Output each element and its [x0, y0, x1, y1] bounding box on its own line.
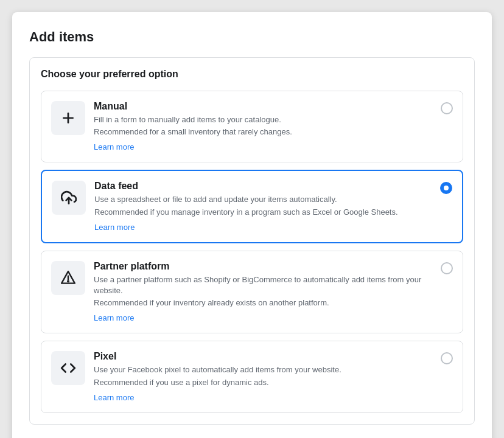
- option-partner-platform[interactable]: Partner platform Use a partner platform …: [41, 251, 463, 334]
- add-items-dialog: Add items Choose your preferred option M…: [12, 12, 492, 438]
- option-desc-partner-platform: Use a partner platform such as Shopify o…: [94, 274, 432, 296]
- option-rec-manual: Recommended for a small inventory that r…: [94, 127, 432, 137]
- option-desc-data-feed: Use a spreadsheet or file to add and upd…: [94, 194, 432, 205]
- option-name-partner-platform: Partner platform: [94, 261, 432, 272]
- option-desc-manual: Fill in a form to manually add items to …: [94, 114, 432, 125]
- option-desc-pixel: Use your Facebook pixel to automatically…: [94, 364, 432, 375]
- options-list: Manual Fill in a form to manually add it…: [41, 91, 463, 413]
- option-icon-partner-platform: [51, 261, 85, 295]
- page-title: Add items: [29, 29, 475, 45]
- option-icon-manual: [51, 101, 85, 135]
- option-radio-manual[interactable]: [441, 102, 453, 114]
- option-learn-data-feed[interactable]: Learn more: [94, 223, 135, 232]
- option-name-data-feed: Data feed: [94, 181, 432, 192]
- option-content-partner-platform: Partner platform Use a partner platform …: [94, 261, 432, 324]
- option-name-pixel: Pixel: [94, 351, 432, 362]
- card-title: Choose your preferred option: [41, 69, 463, 80]
- option-content-pixel: Pixel Use your Facebook pixel to automat…: [94, 351, 432, 402]
- option-content-manual: Manual Fill in a form to manually add it…: [94, 101, 432, 152]
- option-manual[interactable]: Manual Fill in a form to manually add it…: [41, 91, 463, 162]
- option-radio-pixel[interactable]: [441, 352, 453, 364]
- option-icon-data-feed: [52, 181, 86, 215]
- option-content-data-feed: Data feed Use a spreadsheet or file to a…: [94, 181, 432, 232]
- option-learn-manual[interactable]: Learn more: [94, 142, 134, 151]
- options-card: Choose your preferred option Manual Fill…: [29, 57, 475, 425]
- option-icon-pixel: [51, 351, 85, 385]
- option-pixel[interactable]: Pixel Use your Facebook pixel to automat…: [41, 341, 463, 412]
- dialog-footer: Cancel Next: [29, 431, 475, 438]
- option-learn-partner-platform[interactable]: Learn more: [94, 313, 134, 322]
- option-learn-pixel[interactable]: Learn more: [94, 393, 134, 402]
- option-radio-partner-platform[interactable]: [441, 262, 453, 274]
- option-data-feed[interactable]: Data feed Use a spreadsheet or file to a…: [41, 170, 463, 243]
- svg-point-5: [68, 280, 69, 282]
- option-rec-data-feed: Recommended if you manage inventory in a…: [94, 207, 432, 218]
- option-rec-pixel: Recommended if you use a pixel for dynam…: [94, 377, 432, 388]
- option-rec-partner-platform: Recommended if your inventory already ex…: [94, 297, 432, 308]
- option-name-manual: Manual: [94, 101, 432, 112]
- option-radio-data-feed[interactable]: [440, 182, 452, 194]
